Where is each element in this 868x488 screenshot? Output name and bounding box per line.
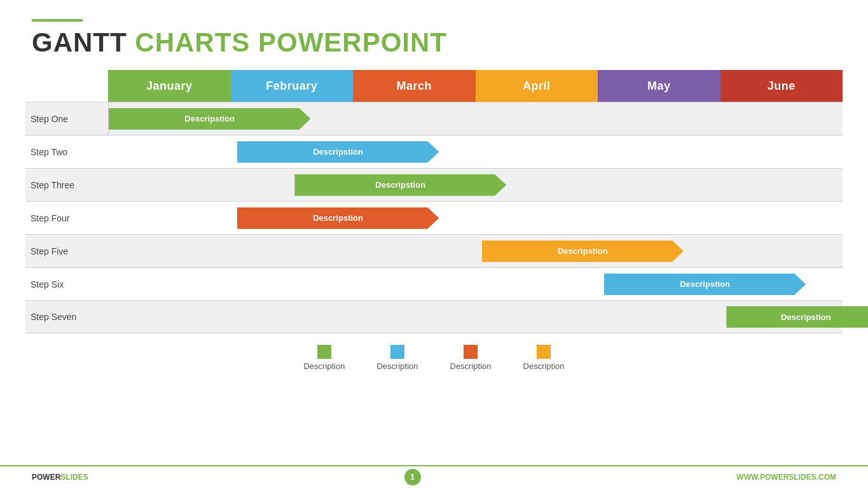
step-seven-label: Step Seven	[25, 312, 108, 322]
footer-slides: SLIDES	[60, 473, 88, 482]
legend-item-orange: Description	[450, 345, 492, 371]
title-black: GANTT	[32, 27, 127, 57]
footer-center: 1	[88, 469, 737, 485]
month-march: March	[353, 70, 476, 102]
legend-label-orange: Description	[450, 361, 492, 371]
legend-item-blue: Description	[376, 345, 418, 371]
legend-color-green	[317, 345, 331, 359]
grid-cell: Descripstion	[108, 102, 843, 136]
table-row: Step One Descripstion	[25, 102, 843, 135]
footer-brand: POWERSLIDES	[32, 473, 88, 482]
legend-color-yellow	[537, 345, 551, 359]
month-may: May	[598, 70, 720, 102]
month-april: April	[476, 70, 598, 102]
step-one-bar: Descripstion	[109, 108, 310, 130]
month-february: February	[231, 70, 354, 102]
month-june: June	[720, 70, 843, 102]
step-two-bar: Descripstion	[237, 141, 439, 163]
legend-item-green: Description	[303, 345, 345, 371]
table-row: Step Two Descripstion	[25, 135, 843, 168]
legend-label-yellow: Description	[523, 361, 565, 371]
step-four-label: Step Four	[25, 213, 108, 223]
title-green: CHARTS POWERPOINT	[135, 27, 447, 57]
page-number: 1	[404, 469, 421, 485]
page-title: GANTT CHARTS POWERPOINT	[32, 28, 836, 57]
table-row: Step Four Descripstion	[25, 201, 843, 234]
grid-wrapper: Step One Descripstion Step Two Descripst…	[25, 102, 843, 333]
footer: POWERSLIDES 1 WWW.POWERSLIDES.COM	[0, 465, 868, 488]
legend-color-blue	[390, 345, 404, 359]
step-five-label: Step Five	[25, 246, 108, 256]
header-accent-line	[32, 19, 83, 22]
legend-item-yellow: Description	[523, 345, 565, 371]
footer-power: POWER	[32, 473, 60, 482]
month-january: January	[108, 70, 231, 102]
step-one-cells: Descripstion	[108, 102, 843, 136]
legend-label-green: Description	[303, 361, 345, 371]
legend: Description Description Description Desc…	[25, 345, 843, 377]
footer-url: WWW.POWERSLIDES.COM	[736, 473, 836, 482]
table-row: Step Three Descripstion	[25, 168, 843, 201]
month-header-row: January February March April May June	[108, 70, 843, 102]
step-two-label: Step Two	[25, 147, 108, 157]
step-three-bar: Descripstion	[294, 174, 506, 196]
table-row: Step Six Descripstion	[25, 267, 843, 300]
step-seven-bar: Descripstion	[726, 306, 868, 328]
table-row: Step Five Descripstion	[25, 234, 843, 267]
step-six-label: Step Six	[25, 279, 108, 289]
legend-color-orange	[464, 345, 478, 359]
step-three-label: Step Three	[25, 180, 108, 190]
legend-label-blue: Description	[376, 361, 418, 371]
gantt-chart: January February March April May June St…	[0, 64, 868, 384]
header: GANTT CHARTS POWERPOINT	[0, 0, 868, 64]
step-five-bar: Descripstion	[482, 241, 684, 262]
step-one-label: Step One	[25, 114, 108, 124]
table-row: Step Seven Descripstion	[25, 300, 843, 333]
step-four-bar: Descripstion	[237, 207, 439, 229]
step-six-bar: Descripstion	[604, 274, 806, 295]
